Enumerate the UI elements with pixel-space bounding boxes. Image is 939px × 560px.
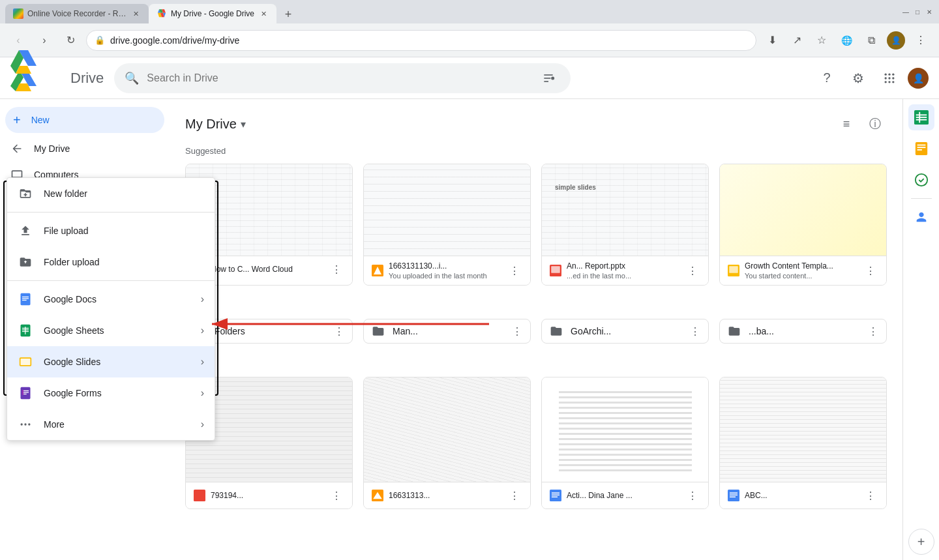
svg-rect-42 <box>917 147 925 148</box>
google-docs-icon <box>18 291 33 307</box>
sidebar-item-my-drive[interactable]: My Drive <box>0 136 164 162</box>
bottom-file-card-2[interactable]: 16631313... ⋮ <box>363 377 531 509</box>
file-card-4[interactable]: Growth Content Templa... You started con… <box>719 164 887 286</box>
svg-point-5 <box>885 73 887 75</box>
bookmark-icon[interactable]: ☆ <box>811 30 832 51</box>
right-panel-add-button[interactable]: + <box>908 529 934 555</box>
menu-item-google-slides[interactable]: Google Slides › <box>7 346 215 377</box>
tasks-panel-button[interactable] <box>908 167 934 193</box>
browser-tab-1[interactable]: Online Voice Recorder - Record ✕ <box>5 4 149 23</box>
bottom-file-menu-1[interactable]: ⋮ <box>329 488 344 503</box>
back-button[interactable]: ‹ <box>8 30 29 51</box>
file-preview-3: simple slides <box>542 164 708 256</box>
menu-item-more[interactable]: More › <box>7 409 215 440</box>
svg-point-62 <box>22 393 24 395</box>
search-input[interactable] <box>147 72 529 84</box>
content-title-arrow: ▾ <box>241 118 246 130</box>
folder-item-3[interactable]: GoArchi... ⋮ <box>541 319 709 344</box>
file-menu-2[interactable]: ⋮ <box>507 263 522 278</box>
download-icon[interactable]: ⬇ <box>762 30 782 51</box>
svg-rect-48 <box>22 300 27 301</box>
file-card-2[interactable]: 1663131130...i... You uploaded in the la… <box>363 164 531 286</box>
sheets-panel-button[interactable] <box>908 104 934 130</box>
bottom-file-type-icon-1 <box>194 490 205 501</box>
bottom-file-menu-4[interactable]: ⋮ <box>863 488 878 503</box>
folder-item-2[interactable]: Man... ⋮ <box>363 319 531 344</box>
svg-rect-34 <box>730 497 736 498</box>
minimize-button[interactable]: — <box>901 7 910 16</box>
header-actions: ? ⚙ 👤 <box>814 65 929 91</box>
settings-button[interactable]: ⚙ <box>845 65 871 91</box>
svg-rect-53 <box>25 327 25 334</box>
bottom-file-footer-2: 16631313... ⋮ <box>364 482 530 508</box>
svg-rect-38 <box>916 119 927 121</box>
sheets-panel-icon <box>914 110 929 125</box>
contacts-panel-button[interactable] <box>908 204 934 230</box>
address-bar[interactable]: 🔒 drive.google.com/drive/my-drive <box>86 30 756 51</box>
file-footer-2: 1663131130...i... You uploaded in the la… <box>364 256 530 285</box>
forward-button[interactable]: › <box>34 30 55 51</box>
files-label: Files <box>185 359 887 369</box>
menu-item-new-folder[interactable]: New folder <box>7 178 215 209</box>
menu-item-file-upload[interactable]: File upload <box>7 215 215 246</box>
folder-menu-3[interactable]: ⋮ <box>690 325 700 338</box>
search-filter-button[interactable] <box>537 66 560 90</box>
profile-icon[interactable]: 👤 <box>886 30 906 51</box>
svg-point-44 <box>915 174 927 186</box>
keep-panel-button[interactable] <box>908 136 934 162</box>
sidebar-item-new[interactable]: + New <box>5 107 164 133</box>
tab2-close[interactable]: ✕ <box>258 8 269 19</box>
reload-button[interactable]: ↻ <box>60 30 81 51</box>
search-bar[interactable]: 🔍 <box>114 63 571 93</box>
new-tab-button[interactable]: + <box>279 5 297 23</box>
file-menu-4[interactable]: ⋮ <box>863 263 878 278</box>
bottom-preview-content-4 <box>720 377 886 482</box>
file-menu-1[interactable]: ⋮ <box>329 261 344 277</box>
share-icon[interactable]: ↗ <box>786 30 807 51</box>
more-icon <box>18 417 33 432</box>
bottom-file-menu-2[interactable]: ⋮ <box>507 488 522 503</box>
info-button[interactable]: ⓘ <box>863 112 887 136</box>
close-button[interactable]: ✕ <box>925 7 934 16</box>
folder-menu-4[interactable]: ⋮ <box>868 325 878 338</box>
menu-item-google-sheets[interactable]: Google Sheets › <box>7 315 215 346</box>
file-menu-3[interactable]: ⋮ <box>685 263 700 278</box>
bottom-file-menu-3[interactable]: ⋮ <box>685 488 700 503</box>
file-name-2: 1663131130...i... <box>389 261 501 271</box>
svg-rect-39 <box>919 112 920 123</box>
user-avatar[interactable]: 👤 <box>908 68 929 89</box>
maximize-button[interactable]: □ <box>913 7 922 16</box>
browser-frame: Online Voice Recorder - Record ✕ My Driv… <box>0 0 939 560</box>
list-view-button[interactable]: ≡ <box>835 112 858 136</box>
tab1-title: Online Voice Recorder - Record <box>27 9 127 18</box>
google-docs-arrow: › <box>201 293 204 305</box>
folder-item-4[interactable]: ...ba... ⋮ <box>719 319 887 344</box>
extensions-icon[interactable]: ⧉ <box>861 30 882 51</box>
content-title: My Drive ▾ <box>185 117 246 132</box>
menu-item-google-docs[interactable]: Google Docs › <box>7 284 215 315</box>
menu-item-folder-upload[interactable]: Folder upload <box>7 246 215 278</box>
dropdown-menu[interactable]: New folder File upload <box>7 177 215 441</box>
help-button[interactable]: ? <box>814 65 840 91</box>
browser-tab-2[interactable]: My Drive - Google Drive ✕ <box>149 4 276 23</box>
folder-menu-1[interactable]: ⋮ <box>334 325 344 338</box>
menu-item-google-forms[interactable]: Google Forms › <box>7 377 215 409</box>
file-subtitle-3: ...ed in the last mo... <box>567 272 679 280</box>
apps-button[interactable] <box>876 65 902 91</box>
main-body: + New My Drive Computers Shared with me <box>0 99 939 560</box>
browser-window-controls: — □ ✕ <box>901 7 934 16</box>
folder-upload-label: Folder upload <box>44 257 204 267</box>
tab1-close[interactable]: ✕ <box>130 8 141 19</box>
extension-colorful-icon[interactable]: 🌐 <box>836 30 857 51</box>
bottom-file-card-4[interactable]: ABC... ⋮ <box>719 377 887 509</box>
menu-icon[interactable]: ⋮ <box>910 30 931 51</box>
right-panel-divider <box>911 198 932 199</box>
file-card-3[interactable]: simple slides An... Report.pptx ...ed in… <box>541 164 709 286</box>
menu-divider-2 <box>7 280 215 281</box>
google-forms-icon <box>18 385 33 401</box>
preview-content-2 <box>364 164 530 256</box>
bottom-file-card-3[interactable]: Acti... Dina Jane ... ⋮ <box>541 377 709 509</box>
bottom-preview-content-3 <box>542 377 708 482</box>
folder-menu-2[interactable]: ⋮ <box>512 325 522 338</box>
svg-rect-33 <box>730 495 738 496</box>
